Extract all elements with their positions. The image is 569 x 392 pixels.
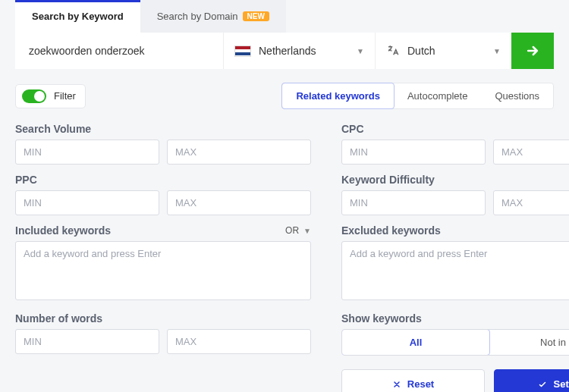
cpc-label: CPC — [341, 123, 569, 135]
included-keywords-input[interactable] — [15, 241, 311, 300]
filter-included-keywords: Included keywords OR ▼ — [15, 224, 311, 303]
included-label: Included keywords — [15, 224, 111, 237]
close-icon — [392, 380, 401, 389]
kd-max[interactable] — [493, 190, 569, 215]
filter-toggle-label: Filter — [54, 90, 76, 102]
excluded-label: Excluded keywords — [341, 224, 441, 237]
numwords-label: Number of words — [15, 312, 311, 325]
filter-excluded-keywords: Excluded keywords OR ▼ — [341, 224, 569, 303]
tab-search-by-domain[interactable]: Search by Domain NEW — [140, 0, 286, 33]
excluded-keywords-input[interactable] — [341, 241, 569, 300]
included-logic-select[interactable]: OR ▼ — [285, 225, 311, 236]
country-select[interactable]: Netherlands ▼ — [223, 33, 375, 69]
numwords-min[interactable] — [15, 329, 159, 354]
filter-search-volume: Search Volume — [15, 123, 311, 165]
search-button[interactable] — [511, 33, 554, 69]
search-volume-max[interactable] — [167, 140, 311, 165]
filter-cpc: CPC — [341, 123, 569, 165]
cpc-min[interactable] — [341, 140, 486, 165]
reset-button[interactable]: Reset — [341, 369, 485, 392]
filter-ppc: PPC — [15, 174, 311, 215]
chevron-down-icon: ▼ — [357, 47, 364, 55]
tab-autocomplete[interactable]: Autocomplete — [394, 83, 482, 108]
cpc-max[interactable] — [493, 140, 569, 165]
kd-label: Keyword Difficulty — [341, 174, 569, 186]
flag-netherlands-icon — [234, 45, 251, 57]
search-bar: Netherlands ▼ Dutch ▼ — [15, 33, 554, 69]
filter-toggle-pill: Filter — [15, 84, 86, 108]
filter-actions: Reset Set filter — [341, 369, 569, 392]
filter-keyword-difficulty: Keyword Difficulty — [341, 174, 569, 215]
keyword-input[interactable] — [15, 33, 223, 69]
filters-grid: Search Volume CPC PPC Keyword Difficulty… — [15, 123, 554, 392]
arrow-right-icon — [525, 43, 540, 58]
set-filter-button[interactable]: Set filter — [494, 369, 569, 392]
search-volume-label: Search Volume — [15, 123, 311, 135]
filter-header-row: Filter Related keywords Autocomplete Que… — [15, 83, 554, 109]
show-not-in-lists-button[interactable]: Not in lists — [489, 330, 569, 355]
language-value: Dutch — [407, 45, 486, 57]
filter-toggle[interactable] — [22, 89, 46, 103]
ppc-label: PPC — [15, 174, 311, 186]
tab-questions[interactable]: Questions — [481, 83, 553, 108]
search-volume-min[interactable] — [15, 140, 159, 165]
chevron-down-icon: ▼ — [303, 227, 311, 235]
tab-domain-label: Search by Domain — [157, 11, 238, 22]
new-badge: NEW — [243, 11, 269, 21]
keyword-type-tabs: Related keywords Autocomplete Questions — [281, 83, 554, 109]
search-mode-tabs: Search by Keyword Search by Domain NEW — [15, 0, 554, 33]
chevron-down-icon: ▼ — [493, 47, 501, 55]
reset-label: Reset — [407, 378, 434, 390]
ppc-min[interactable] — [15, 190, 159, 215]
ppc-max[interactable] — [167, 190, 311, 215]
show-keywords-label: Show keywords — [341, 312, 569, 325]
set-filter-label: Set filter — [553, 378, 569, 390]
filter-number-of-words: Number of words — [15, 312, 311, 356]
numwords-max[interactable] — [167, 329, 311, 354]
language-select[interactable]: Dutch ▼ — [375, 33, 511, 69]
show-all-button[interactable]: All — [341, 329, 490, 356]
filter-show-keywords: Show keywords All Not in lists — [341, 312, 569, 356]
tab-search-by-keyword[interactable]: Search by Keyword — [15, 0, 140, 33]
kd-min[interactable] — [341, 190, 486, 215]
check-icon — [538, 380, 547, 389]
tab-related-keywords[interactable]: Related keywords — [281, 83, 395, 109]
included-logic-value: OR — [285, 225, 299, 236]
country-value: Netherlands — [259, 45, 349, 57]
translate-icon — [386, 44, 400, 58]
show-keywords-segment: All Not in lists — [341, 329, 569, 356]
